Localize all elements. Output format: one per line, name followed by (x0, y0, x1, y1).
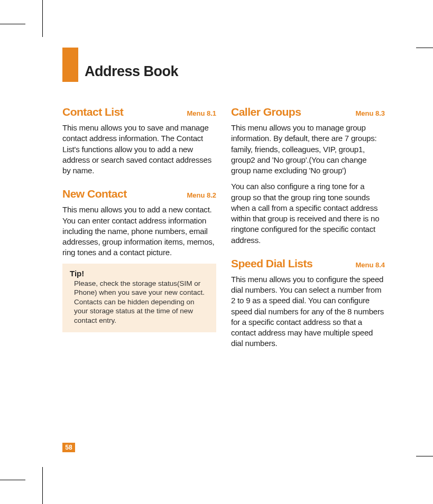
tip-title: Tip! (70, 269, 209, 278)
section-body: You can also configure a ring tone for a… (231, 181, 385, 246)
section-body: This menu allows you to save and manage … (62, 123, 216, 176)
section-body: This menu allows you to add a new contac… (62, 204, 216, 258)
section-header: New Contact Menu 8.2 (62, 188, 216, 200)
crop-mark (416, 456, 433, 456)
menu-reference: Menu 8.2 (187, 191, 216, 199)
section-title: Contact List (62, 106, 123, 118)
section-body: This menu allows you to manage group inf… (231, 123, 385, 176)
chapter-title: Address Book (85, 63, 178, 82)
tip-body: Please, check the storage status(SIM or … (70, 279, 209, 325)
section-header: Caller Groups Menu 8.3 (231, 106, 385, 118)
page-number: 58 (62, 443, 75, 452)
page-content: Address Book Contact List Menu 8.1 This … (62, 48, 385, 361)
section-speed-dial: Speed Dial Lists Menu 8.4 This menu allo… (231, 257, 385, 349)
menu-reference: Menu 8.4 (355, 261, 385, 269)
section-new-contact: New Contact Menu 8.2 This menu allows yo… (62, 188, 216, 332)
menu-reference: Menu 8.1 (187, 109, 216, 117)
crop-mark (0, 480, 25, 480)
section-caller-groups: Caller Groups Menu 8.3 This menu allows … (231, 106, 385, 246)
columns: Contact List Menu 8.1 This menu allows y… (62, 106, 385, 361)
section-header: Contact List Menu 8.1 (62, 106, 216, 118)
tip-box: Tip! Please, check the storage status(SI… (62, 264, 216, 333)
left-column: Contact List Menu 8.1 This menu allows y… (62, 106, 216, 361)
section-title: New Contact (62, 188, 127, 200)
right-column: Caller Groups Menu 8.3 This menu allows … (231, 106, 385, 361)
section-header: Speed Dial Lists Menu 8.4 (231, 257, 385, 270)
section-body: This menu allows you to configure the sp… (231, 274, 385, 349)
menu-reference: Menu 8.3 (355, 109, 385, 117)
section-title: Speed Dial Lists (231, 257, 312, 270)
section-contact-list: Contact List Menu 8.1 This menu allows y… (62, 106, 216, 176)
chapter-ornament (62, 48, 78, 82)
crop-mark (0, 24, 25, 24)
crop-mark (416, 48, 433, 48)
chapter-header: Address Book (62, 48, 385, 82)
section-title: Caller Groups (231, 106, 301, 118)
